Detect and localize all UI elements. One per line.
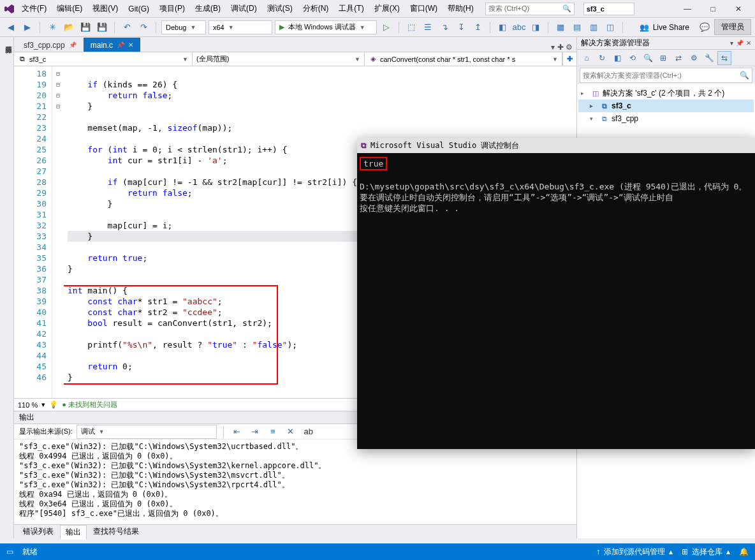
tb3[interactable]: ◧ [610, 51, 624, 65]
undo-button[interactable]: ↶ [120, 20, 134, 34]
home-button[interactable]: ⌂ [580, 51, 594, 65]
start-debug-button[interactable]: ▶本地 Windows 调试器▼ [275, 20, 377, 34]
dropdown-icon[interactable]: ▾ [730, 40, 733, 47]
out-btn-3[interactable]: ≡ [266, 425, 280, 439]
menu-project[interactable]: 项目(P) [156, 2, 189, 15]
repo-icon: ⊞ [682, 547, 688, 556]
console-title: Microsoft Visual Studio 调试控制台 [370, 140, 519, 151]
quick-search[interactable]: 搜索 (Ctrl+Q) 🔍 [485, 3, 575, 15]
menu-tools[interactable]: 工具(T) [335, 2, 367, 15]
step-into-button[interactable]: ↧ [454, 20, 468, 34]
new-item-button[interactable]: ✳ [45, 20, 59, 34]
explorer-search[interactable]: 🔍 [580, 68, 752, 83]
menu-extensions[interactable]: 扩展(X) [370, 2, 404, 15]
pin-icon[interactable]: 📌 [736, 40, 744, 47]
out-btn-2[interactable]: ⇥ [248, 425, 262, 439]
menu-file[interactable]: 文件(F) [18, 2, 50, 15]
file-tab-mainc[interactable]: main.c 📌 ✕ [84, 38, 140, 52]
scope2-value: (全局范围) [196, 54, 229, 64]
solution-node[interactable]: ▸ ◫ 解决方案 'sf3_c' (2 个项目，共 2 个) [578, 87, 754, 99]
project-node-sf3c[interactable]: ▸ ⧉ sf3_c [578, 99, 754, 112]
project-node-sf3cpp[interactable]: ▾ ⧉ sf3_cpp [578, 112, 754, 125]
chevron-down-icon: ▼ [360, 24, 365, 31]
pin-icon[interactable]: 📌 [117, 41, 124, 48]
vertical-tab-strip[interactable]: 服务器资源 [0, 37, 14, 538]
menu-help[interactable]: 帮助(H) [444, 2, 478, 15]
output-source-dropdown[interactable]: 调试▼ [77, 425, 217, 439]
menu-view[interactable]: 视图(V) [89, 2, 122, 15]
menu-test[interactable]: 测试(S) [263, 2, 297, 15]
redo-button[interactable]: ↷ [136, 20, 150, 34]
tb5[interactable]: 🔍 [641, 51, 655, 65]
maximize-button[interactable]: □ [700, 1, 726, 17]
step-out-button[interactable]: ↥ [471, 20, 485, 34]
tb7[interactable]: ⇄ [671, 51, 685, 65]
menu-git[interactable]: Git(G) [124, 3, 153, 15]
tb8[interactable]: ⚙ [687, 51, 701, 65]
solution-label: 解决方案 'sf3_c' (2 个项目，共 2 个) [603, 88, 724, 99]
notifications-button[interactable]: 🔔 [739, 547, 749, 556]
tab-find-symbol[interactable]: 查找符号结果 [88, 525, 144, 538]
tool-btn-2[interactable]: ☰ [421, 20, 435, 34]
debug-console-window[interactable]: ⧉ Microsoft Visual Studio 调试控制台 true D:\… [357, 138, 755, 449]
platform-dropdown[interactable]: x64▼ [209, 20, 272, 34]
close-icon[interactable]: ✕ [128, 41, 133, 48]
save-button[interactable]: 💾 [78, 20, 92, 34]
scope-project-dropdown[interactable]: ⧉ sf3_c ▼ [14, 52, 193, 66]
nav-fwd-button[interactable]: ▶ [20, 20, 34, 34]
explorer-search-input[interactable] [583, 71, 740, 79]
step-over-button[interactable]: ↴ [437, 20, 451, 34]
solution-selector[interactable]: sf3_c [583, 3, 634, 15]
tb2[interactable]: ↻ [595, 51, 609, 65]
menu-build[interactable]: 生成(B) [191, 2, 224, 15]
out-btn-4[interactable]: ✕ [284, 425, 298, 439]
tab-error-list[interactable]: 错误列表 [18, 525, 59, 538]
minimize-button[interactable]: — [675, 1, 700, 17]
tb9[interactable]: 🔧 [702, 51, 716, 65]
fold-column[interactable]: ⊟ ⊟ ⊟ ⊟ [52, 66, 64, 398]
tool-btn-a[interactable]: ◧ [495, 20, 509, 34]
tool-btn-g[interactable]: ◫ [603, 20, 617, 34]
menu-window[interactable]: 窗口(W) [406, 2, 441, 15]
pin-icon[interactable]: 📌 [69, 41, 77, 48]
tab-output[interactable]: 输出 [60, 525, 87, 540]
upload-icon: ↑ [596, 547, 600, 556]
tool-btn-e[interactable]: ▤ [570, 20, 584, 34]
tool-btn-c[interactable]: ◨ [529, 20, 543, 34]
member-dropdown[interactable]: ◈ canConvert(const char * str1, const ch… [365, 52, 562, 66]
tool-btn-b[interactable]: abc [512, 20, 526, 34]
menu-debug[interactable]: 调试(D) [227, 2, 261, 15]
scope-dropdown[interactable]: (全局范围) ▼ [193, 52, 365, 66]
split-editor-button[interactable]: ✚ [562, 52, 576, 66]
save-all-button[interactable]: 💾 [95, 20, 109, 34]
add-to-source-control[interactable]: ↑添加到源代码管理▴ [596, 547, 673, 557]
project-label: sf3_c [612, 101, 631, 110]
tb6[interactable]: ⊞ [656, 51, 670, 65]
liveshare-label: Live Share [653, 23, 689, 32]
feedback-button[interactable]: 💬 [698, 20, 712, 34]
select-repo[interactable]: ⊞选择仓库▴ [682, 547, 730, 557]
menu-analyze[interactable]: 分析(N) [299, 2, 333, 15]
out-btn-5[interactable]: ab [302, 425, 316, 439]
tb-switch-view[interactable]: ⇆ [717, 51, 731, 65]
tool-btn-f[interactable]: ▥ [587, 20, 601, 34]
close-button[interactable]: ✕ [726, 1, 751, 17]
tb4[interactable]: ⟲ [626, 51, 640, 65]
tab-overflow[interactable]: ▾ ✚ ⚙ [547, 43, 576, 52]
menu-edit[interactable]: 编辑(E) [53, 2, 86, 15]
file-tab-sf3cpp[interactable]: sf3_cpp.cpp 📌 [17, 38, 84, 52]
open-file-button[interactable]: 📂 [62, 20, 76, 34]
out-btn-1[interactable]: ⇤ [230, 425, 244, 439]
tool-btn-d[interactable]: ▦ [553, 20, 568, 34]
console-titlebar[interactable]: ⧉ Microsoft Visual Studio 调试控制台 [357, 138, 755, 153]
output-text[interactable]: "sf3_c.exe"(Win32): 已加载"C:\Windows\Syste… [14, 439, 576, 524]
explorer-toolbar: ⌂ ↻ ◧ ⟲ 🔍 ⊞ ⇄ ⚙ 🔧 ⇆ [577, 50, 755, 66]
platform-value: x64 [213, 24, 224, 31]
tool-btn-1[interactable]: ⬚ [404, 20, 418, 34]
zoom-level[interactable]: 110 % [18, 401, 38, 409]
config-dropdown[interactable]: Debug▼ [161, 20, 206, 34]
close-icon[interactable]: ✕ [746, 40, 751, 47]
live-share-button[interactable]: 👥 Live Share [634, 22, 695, 33]
nav-back-button[interactable]: ◀ [4, 20, 18, 34]
start-without-debug-button[interactable]: ▷ [379, 20, 393, 34]
